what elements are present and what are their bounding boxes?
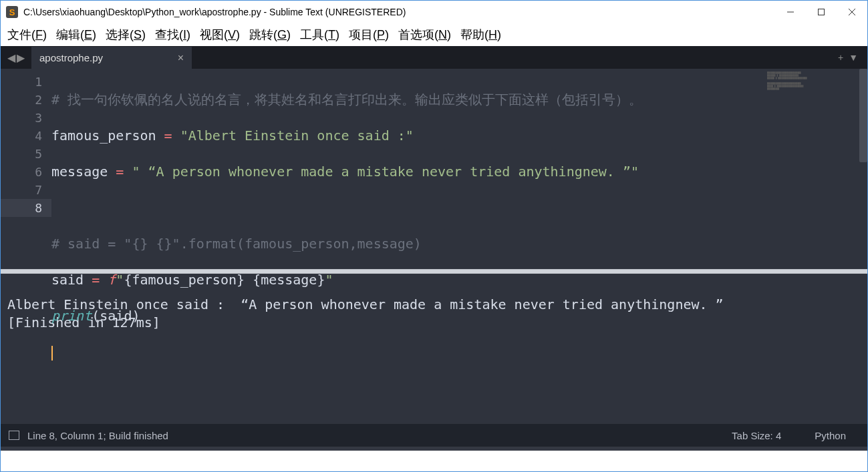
menu-bar: 文件(F) 编辑(E) 选择(S) 查找(I) 视图(V) 跳转(G) 工具(T… — [1, 23, 867, 46]
tab-row: ◀ ▶ apostrophe.py × + ▼ — [1, 46, 867, 69]
status-language[interactable]: Python — [815, 430, 846, 441]
scrollbar-thumb[interactable] — [859, 69, 867, 162]
code-line-7: print(said) — [51, 307, 766, 325]
svg-rect-1 — [819, 9, 825, 15]
new-tab-icon[interactable]: + — [838, 52, 843, 63]
close-button[interactable] — [837, 1, 867, 23]
status-bar: Line 8, Column 1; Build finished Tab Siz… — [1, 424, 867, 447]
footer-border — [1, 447, 867, 451]
menu-view[interactable]: 视图(V) — [200, 27, 240, 43]
menu-edit[interactable]: 编辑(E) — [56, 27, 96, 43]
tab-close-icon[interactable]: × — [178, 52, 184, 64]
line-gutter: 1 2 3 4 5 6 7 8 — [1, 69, 51, 269]
window-title: C:\Users\xiaohuang\Desktop\Python_work\a… — [23, 7, 406, 17]
code-line-4 — [51, 199, 766, 217]
menu-goto[interactable]: 跳转(G) — [249, 27, 291, 43]
arrow-right-icon[interactable]: ▶ — [17, 51, 25, 64]
tab-nav-arrows[interactable]: ◀ ▶ — [7, 46, 25, 69]
minimize-button[interactable] — [775, 1, 806, 23]
menu-prefs[interactable]: 首选项(N) — [398, 27, 451, 43]
code-line-3: message = " “A person whonever made a mi… — [51, 163, 766, 181]
menu-select[interactable]: 选择(S) — [106, 27, 146, 43]
maximize-button[interactable] — [806, 1, 837, 23]
panel-toggle-icon[interactable] — [9, 431, 19, 440]
app-icon: S — [6, 6, 18, 18]
text-cursor — [51, 346, 53, 361]
tab-active[interactable]: apostrophe.py × — [31, 47, 192, 69]
menu-file[interactable]: 文件(F) — [7, 27, 47, 43]
editor[interactable]: 1 2 3 4 5 6 7 8 # 找一句你钦佩的名人说的名言，将其姓名和名言打… — [1, 69, 867, 269]
menu-find[interactable]: 查找(I) — [155, 27, 190, 43]
code-line-6: said = f"{famous_person} {message}" — [51, 271, 766, 289]
code-line-8 — [51, 343, 766, 361]
tab-dropdown-icon[interactable]: ▼ — [849, 52, 858, 63]
code-line-5: # said = "{} {}".format(famous_person,me… — [51, 235, 766, 253]
menu-help[interactable]: 帮助(H) — [460, 27, 501, 43]
menu-project[interactable]: 项目(P) — [349, 27, 389, 43]
title-bar: S C:\Users\xiaohuang\Desktop\Python_work… — [1, 1, 867, 23]
minimap[interactable]: ████████████████████████████ ███████ █ █… — [766, 69, 859, 269]
code-area[interactable]: # 找一句你钦佩的名人说的名言，将其姓名和名言打印出来。输出应类似于下面这样（包… — [51, 69, 766, 269]
code-line-1: # 找一句你钦佩的名人说的名言，将其姓名和名言打印出来。输出应类似于下面这样（包… — [51, 91, 642, 107]
code-line-2: famous_person = "Albert Einstein once sa… — [51, 127, 766, 145]
arrow-left-icon[interactable]: ◀ — [7, 51, 15, 64]
editor-scrollbar[interactable] — [859, 69, 867, 269]
status-tab-size[interactable]: Tab Size: 4 — [732, 430, 781, 441]
tab-label: apostrophe.py — [39, 52, 103, 63]
status-left: Line 8, Column 1; Build finished — [27, 430, 168, 441]
menu-tools[interactable]: 工具(T) — [300, 27, 339, 43]
